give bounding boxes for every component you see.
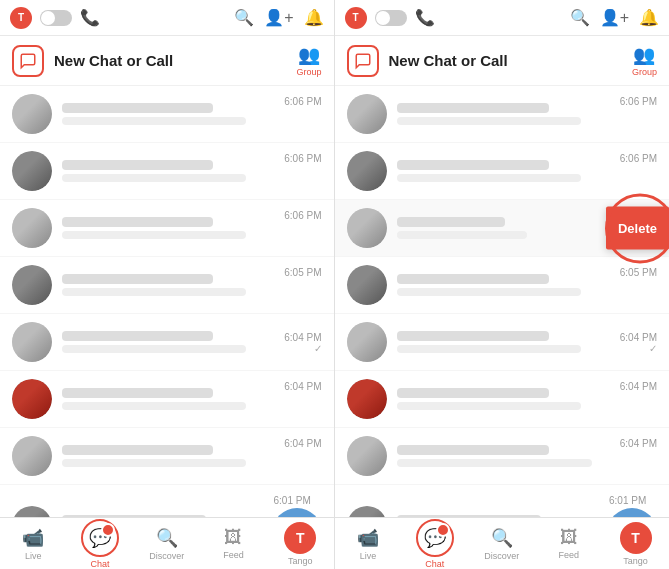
chat-name-blur <box>397 445 549 455</box>
bell-icon-right[interactable]: 🔔 <box>639 8 659 27</box>
live-icon-left: 📹 <box>22 527 44 549</box>
chat-name-blur <box>62 388 213 398</box>
new-chat-header-right: New Chat or Call 👥 Group <box>335 36 670 86</box>
avatar <box>12 94 52 134</box>
add-contact-icon-right[interactable]: 👤+ <box>600 8 629 27</box>
chat-info <box>397 445 614 467</box>
avatar <box>12 151 52 191</box>
nav-item-live-right[interactable]: 📹 Live <box>335 518 402 569</box>
chat-time: 6:05 PM <box>620 265 657 278</box>
chat-item[interactable]: 6:04 PM <box>0 371 334 428</box>
nav-item-feed-right[interactable]: 🖼 Feed <box>535 518 602 569</box>
nav-item-discover-left[interactable]: 🔍 Discover <box>133 518 200 569</box>
chat-info <box>62 160 278 182</box>
avatar <box>347 208 387 248</box>
top-bar-left-icons-r: T 📞 <box>345 7 435 29</box>
nav-label-live-right: Live <box>360 551 377 561</box>
chat-item[interactable]: 6:05 PM <box>335 257 670 314</box>
chat-badge-left <box>101 523 115 537</box>
chat-time: 6:06 PM <box>620 151 657 164</box>
avatar <box>347 379 387 419</box>
left-panel: T 📞 🔍 👤+ 🔔 New Chat or Call 👥 Group <box>0 0 335 569</box>
chat-item[interactable]: 6:06 PM <box>0 86 334 143</box>
chat-time: 6:04 PM <box>284 330 321 343</box>
top-bar-right: T 📞 🔍 👤+ 🔔 <box>335 0 670 36</box>
new-chat-icon-right <box>347 45 379 77</box>
avatar <box>12 322 52 362</box>
chat-info <box>397 274 614 296</box>
avatar <box>347 322 387 362</box>
avatar <box>12 265 52 305</box>
nav-item-feed-left[interactable]: 🖼 Feed <box>200 518 267 569</box>
chat-item-with-delete[interactable]: 6:06 PM Delete <box>335 200 670 257</box>
nav-label-feed-right: Feed <box>558 550 579 560</box>
avatar <box>12 208 52 248</box>
chat-item[interactable]: 6:06 PM <box>0 200 334 257</box>
chat-time: 6:04 PM <box>620 330 657 343</box>
discover-icon-left: 🔍 <box>156 527 178 549</box>
chat-item[interactable]: 6:06 PM <box>335 143 670 200</box>
chat-item-last-right[interactable]: 6:01 PM 18 Sep 18, 2018 <box>335 485 670 517</box>
search-icon-right[interactable]: 🔍 <box>570 8 590 27</box>
avatar <box>12 379 52 419</box>
chat-info <box>62 388 278 410</box>
chat-name-blur <box>62 445 213 455</box>
chat-item-last[interactable]: 6:01 PM 18 Sep 18, 2018 <box>0 485 334 517</box>
chat-time: 6:01 PM <box>609 493 646 506</box>
top-bar-left: T 📞 🔍 👤+ 🔔 <box>0 0 334 36</box>
chat-msg-blur <box>397 459 593 467</box>
search-icon-left[interactable]: 🔍 <box>234 8 254 27</box>
chat-item[interactable]: 6:04 PM <box>335 371 670 428</box>
chat-name-blur <box>62 217 213 227</box>
chat-item[interactable]: 6:04 PM ✓ <box>335 314 670 371</box>
chat-msg-blur <box>62 459 246 467</box>
bell-icon-left[interactable]: 🔔 <box>304 8 324 27</box>
toggle-switch-right[interactable] <box>375 10 407 26</box>
group-icon-right[interactable]: 👥 Group <box>632 44 657 77</box>
chat-msg-blur <box>397 288 582 296</box>
chat-info <box>62 445 278 467</box>
group-icon-left[interactable]: 👥 Group <box>296 44 321 77</box>
chat-name-blur <box>62 160 213 170</box>
chat-info <box>397 331 614 353</box>
chat-msg-blur <box>62 174 246 182</box>
check-mark: ✓ <box>314 343 322 354</box>
bottom-nav-left: 📹 Live 💬 Chat 🔍 Discover 🖼 Feed T Tango <box>0 517 334 569</box>
tango-logo-right: T <box>345 7 367 29</box>
nav-item-more-right[interactable]: T Tango <box>602 518 669 569</box>
chat-msg-blur <box>62 288 246 296</box>
chat-info <box>62 103 278 125</box>
avatar <box>347 265 387 305</box>
chat-name-blur <box>62 274 213 284</box>
nav-item-live-left[interactable]: 📹 Live <box>0 518 67 569</box>
nav-item-discover-right[interactable]: 🔍 Discover <box>468 518 535 569</box>
chat-msg-blur <box>62 117 246 125</box>
chat-item[interactable]: 6:04 PM <box>335 428 670 485</box>
toggle-switch-left[interactable] <box>40 10 72 26</box>
chat-item[interactable]: 6:04 PM <box>0 428 334 485</box>
tango-nav-icon-left: T <box>284 522 316 554</box>
nav-label-feed-left: Feed <box>223 550 244 560</box>
discover-icon-right: 🔍 <box>491 527 513 549</box>
chat-info <box>62 217 278 239</box>
chat-name-blur <box>397 217 506 227</box>
top-bar-left-icons: T 📞 <box>10 7 100 29</box>
chat-msg-blur <box>62 402 246 410</box>
chat-time: 6:04 PM <box>284 379 321 392</box>
chat-item[interactable]: 6:04 PM ✓ <box>0 314 334 371</box>
nav-item-chat-left[interactable]: 💬 Chat <box>67 518 134 569</box>
chat-active-circle-right: 💬 <box>416 519 454 557</box>
chat-msg-blur <box>397 345 582 353</box>
chat-list-right: 6:06 PM 6:06 PM 6:06 PM Delete <box>335 86 670 517</box>
delete-button[interactable]: Delete <box>606 207 669 250</box>
chat-item[interactable]: 6:05 PM <box>0 257 334 314</box>
chat-info <box>62 274 278 296</box>
chat-item[interactable]: 6:06 PM <box>0 143 334 200</box>
nav-item-chat-right[interactable]: 💬 Chat <box>401 518 468 569</box>
nav-item-more-left[interactable]: T Tango <box>267 518 334 569</box>
avatar <box>12 506 52 518</box>
add-contact-icon-left[interactable]: 👤+ <box>264 8 293 27</box>
top-bar-right-icons: 🔍 👤+ 🔔 <box>234 8 323 27</box>
chat-item[interactable]: 6:06 PM <box>335 86 670 143</box>
date-badge-left: 18 Sep 18, 2018 <box>272 508 322 517</box>
